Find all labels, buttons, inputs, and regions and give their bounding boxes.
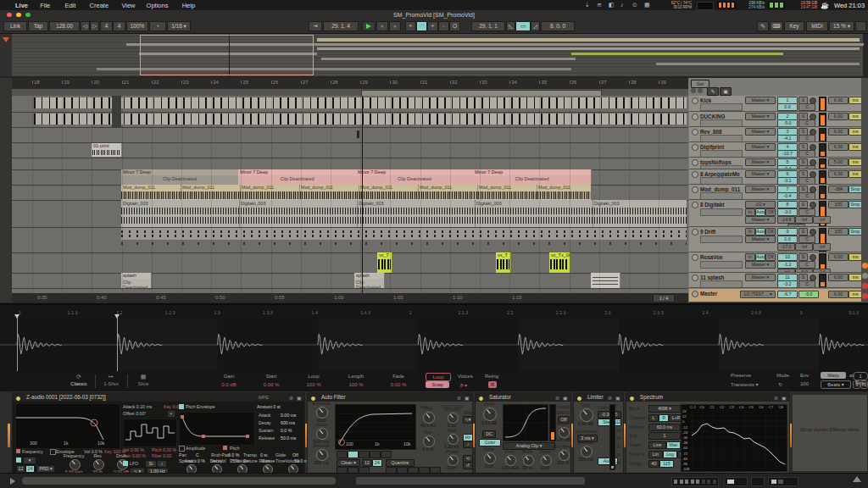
pan-field[interactable]: C <box>798 208 815 216</box>
track-header-rosavox[interactable]: RosaVoxInAutoOff10S6.00msMaster ▾-1.2C-i… <box>689 252 861 273</box>
folder-icon[interactable]: ▣ <box>720 87 732 96</box>
pan-field[interactable]: C <box>798 236 815 243</box>
device-hot-swap-icon[interactable]: ⊘ <box>457 395 461 401</box>
filter-type-button-3[interactable] <box>370 451 381 458</box>
status-icon-3[interactable]: ♪ <box>620 2 624 8</box>
limiter-gain-knob[interactable] <box>580 408 593 422</box>
monitor-off[interactable]: Off <box>765 208 776 216</box>
track-delay-unit[interactable]: Smp <box>849 186 861 193</box>
volume-field[interactable]: 0.0 <box>777 236 798 243</box>
device-save-icon[interactable]: ▣ <box>782 395 787 401</box>
device-activator[interactable] <box>576 396 582 402</box>
lfo-sync-button[interactable]: ♪ <box>157 460 167 468</box>
send-field[interactable]: -inf <box>795 216 813 224</box>
track-fold-icon[interactable] <box>692 97 698 104</box>
track-fold-icon[interactable] <box>692 129 698 136</box>
track-header-8-arpeggiateme[interactable]: 8 ArpeggiateMeMaster ▾6S6.00ms-3.1C <box>689 169 861 185</box>
overdub-button[interactable]: + <box>405 21 416 31</box>
track-delay-field[interactable]: 335 <box>828 201 849 208</box>
pan-field[interactable]: C <box>798 177 815 185</box>
track-delay-unit[interactable]: Smp <box>849 228 861 236</box>
monitor-auto[interactable]: Auto <box>755 253 765 261</box>
midi-clip-band[interactable] <box>121 228 687 240</box>
play-button[interactable] <box>362 21 376 31</box>
output-chooser[interactable]: Master ▾ <box>745 128 776 136</box>
side-round-button-1[interactable] <box>862 273 868 279</box>
solo-button[interactable]: S <box>798 228 808 236</box>
midi-clip-minor7[interactable]: Minor 7 DeepClip Deactivated <box>238 169 357 185</box>
mini-graph-icon[interactable] <box>697 2 714 10</box>
arm-button[interactable] <box>810 229 816 236</box>
lfo-on-checkbox[interactable] <box>123 461 128 466</box>
device-activator[interactable] <box>15 396 21 402</box>
output-chooser[interactable]: Master ▾ <box>745 97 776 104</box>
track-delay-field[interactable]: 6.00 <box>828 274 849 281</box>
track-header-rev_808[interactable]: Rev_808Master ▾3S6.00ms-4.1C <box>689 127 861 142</box>
key-map-button[interactable]: Key <box>784 21 804 31</box>
track-fold-icon[interactable] <box>692 202 698 208</box>
cpu-meter[interactable]: 15 % ▾ <box>829 21 854 31</box>
device-save-icon[interactable]: ▣ <box>563 395 568 401</box>
solo-button[interactable]: S <box>798 201 808 208</box>
cpu-meter-icon[interactable] <box>717 2 736 8</box>
volume-field[interactable]: -6.7 <box>777 291 798 298</box>
send-field[interactable]: -inf <box>795 243 813 251</box>
warp-button[interactable]: Warp <box>821 372 846 379</box>
status-icon-0[interactable]: ⇣ <box>585 2 590 8</box>
filter-type-button-2[interactable] <box>359 451 370 458</box>
output-chooser[interactable]: Master ▾ <box>745 261 776 269</box>
tap-tempo-button[interactable]: Tap <box>28 21 48 31</box>
monitor-off[interactable]: Off <box>765 228 776 236</box>
color-button[interactable]: Color <box>479 439 501 446</box>
track-fold-icon[interactable] <box>692 229 698 236</box>
device-hot-swap-icon[interactable]: ⊘ <box>555 395 559 401</box>
limiter-release-knob[interactable] <box>581 446 593 458</box>
follow-button[interactable]: ⇥ <box>309 21 322 31</box>
track-delay-field[interactable]: 6.00 <box>828 97 849 104</box>
quantization-chooser[interactable]: 1/16 ▾ <box>167 21 191 31</box>
punch-in-button[interactable]: ◺ <box>506 21 515 31</box>
track-delay-field[interactable]: 6.00 <box>828 291 849 298</box>
frequency-toggle-icon[interactable] <box>16 449 20 453</box>
autofilter-envelope-knob[interactable] <box>316 407 328 419</box>
volume-field[interactable]: -3.1 <box>777 177 798 185</box>
midi-clip-minor7[interactable]: Minor 7 DeepClip Deactivated <box>356 169 474 185</box>
retrig-button[interactable]: R <box>488 381 497 388</box>
filter-type-button-0[interactable] <box>337 451 348 458</box>
beat-time-ruler[interactable]: 1819202122232425262728293031323334353637… <box>12 78 688 89</box>
slope-24-button[interactable]: 24 <box>372 459 382 467</box>
slope-24-button[interactable]: 24 <box>25 465 35 473</box>
slope-12-button[interactable]: 12 <box>16 465 25 473</box>
menu-item-live[interactable]: Live <box>15 2 28 9</box>
menu-item-file[interactable]: File <box>40 2 50 9</box>
device-save-icon[interactable]: ▣ <box>297 395 302 401</box>
autofilter-display[interactable]: 1001k10k <box>335 404 416 450</box>
send-field[interactable]: -17.0 <box>777 243 795 251</box>
saturator-display[interactable] <box>503 404 548 441</box>
sample-marker-flag-icon[interactable] <box>114 314 120 319</box>
monitor-in[interactable]: In <box>745 228 755 236</box>
side-round-button-2[interactable] <box>862 283 868 289</box>
track-fold-icon[interactable] <box>692 254 698 261</box>
output-chooser[interactable]: Master ▾ <box>745 236 776 243</box>
track-header-ducking[interactable]: DUCKINGMaster ▾2S6.00ms-5.0C <box>689 112 861 127</box>
audio-clip-splash[interactable]: splashClip Deactivated <box>354 273 385 288</box>
track-delay-unit[interactable]: ms <box>849 253 861 261</box>
spectrum-option-lin[interactable]: Lin <box>648 451 663 458</box>
saturator-drive-knob[interactable] <box>483 408 497 421</box>
half-tempo-button[interactable]: :2 <box>853 380 860 389</box>
track-fold-icon[interactable] <box>692 291 698 297</box>
device-drop-zone[interactable]: Drop Audio Effects Here <box>792 394 868 472</box>
output-chooser[interactable]: Master ▾ <box>745 186 776 193</box>
warp-as-button[interactable]: 1 Beat <box>853 372 868 380</box>
device-activator[interactable] <box>478 396 484 402</box>
track-fold-icon[interactable] <box>692 114 698 120</box>
device-save-icon[interactable]: ▣ <box>465 395 470 401</box>
spectrum-option-l[interactable]: L <box>648 414 659 422</box>
track-delay-field[interactable]: 6.00 <box>828 253 849 261</box>
track-delay-unit[interactable]: ms <box>849 143 861 151</box>
track-header-9-drift[interactable]: 9 DriftInAutoOff9S335SmpMaster ▾0.0C-17.… <box>689 227 861 252</box>
loop-switch[interactable]: ▭ <box>515 21 531 31</box>
spectrum-option-max[interactable]: Max <box>666 441 681 449</box>
menu-item-help[interactable]: Help <box>182 2 195 9</box>
